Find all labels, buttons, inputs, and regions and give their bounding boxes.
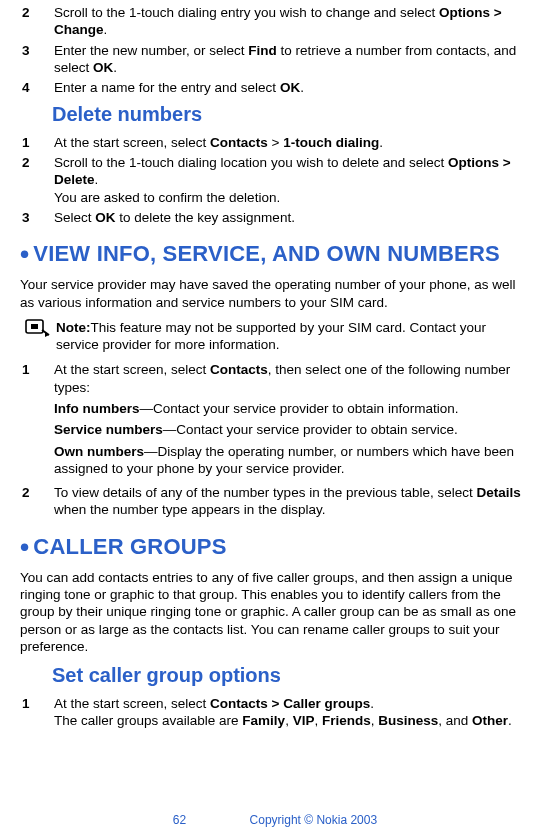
- bold-text: Family: [242, 713, 285, 728]
- bold-text: Options > Change: [54, 5, 502, 37]
- step-number: 3: [20, 209, 54, 226]
- bold-text: Contacts: [210, 362, 268, 377]
- step-number: 2: [20, 484, 54, 519]
- bold-text: Own numbers: [54, 444, 144, 459]
- view-info-heading-text: VIEW INFO, SERVICE, AND OWN NUMBERS: [33, 241, 500, 266]
- step-number: 2: [20, 154, 54, 206]
- step-tail: You are asked to confirm the deletion.: [54, 189, 530, 206]
- step-body: At the start screen, select Contacts > C…: [54, 695, 530, 730]
- step-number: 4: [20, 79, 54, 96]
- note-icon: [20, 319, 56, 354]
- bold-text: Details: [476, 485, 520, 500]
- bold-text: OK: [93, 60, 113, 75]
- step-number: 1: [20, 134, 54, 151]
- set-caller-group-heading: Set caller group options: [52, 663, 530, 689]
- step: 2Scroll to the 1-touch dialing location …: [20, 154, 530, 206]
- footer: 62 Copyright © Nokia 2003: [0, 813, 550, 828]
- pre-steps: 2Scroll to the 1-touch dialing entry you…: [20, 4, 530, 96]
- step: 1At the start screen, select Contacts > …: [20, 695, 530, 730]
- bold-text: Service numbers: [54, 422, 163, 437]
- step-subitem: Own numbers—Display the operating number…: [54, 443, 530, 478]
- step-body: Scroll to the 1-touch dialing location y…: [54, 154, 530, 206]
- bold-text: VIP: [293, 713, 315, 728]
- note-body: Note:This feature may not be supported b…: [56, 319, 530, 354]
- caller-groups-heading: •CALLER GROUPS: [20, 533, 530, 561]
- step: 4Enter a name for the entry and select O…: [20, 79, 530, 96]
- step: 3Select OK to delete the key assignment.: [20, 209, 530, 226]
- view-steps: 1At the start screen, select Contacts, t…: [20, 361, 530, 518]
- note-text: This feature may not be supported by you…: [56, 320, 486, 352]
- step-subitem: Service numbers—Contact your service pro…: [54, 421, 530, 438]
- step-number: 3: [20, 42, 54, 77]
- copyright: Copyright © Nokia 2003: [250, 813, 378, 827]
- caller-groups-heading-text: CALLER GROUPS: [33, 534, 226, 559]
- bold-text: Business: [378, 713, 438, 728]
- step-body: At the start screen, select Contacts, th…: [54, 361, 530, 481]
- bold-text: OK: [95, 210, 115, 225]
- set-steps: 1At the start screen, select Contacts > …: [20, 695, 530, 730]
- step-number: 2: [20, 4, 54, 39]
- bullet-icon: •: [20, 239, 29, 269]
- bold-text: Contacts: [210, 135, 268, 150]
- step-number: 1: [20, 361, 54, 481]
- bullet-icon: •: [20, 532, 29, 562]
- bold-text: Contacts > Caller groups: [210, 696, 370, 711]
- view-intro-paragraph: Your service provider may have saved the…: [20, 276, 530, 311]
- step-tail: The caller groups available are Family, …: [54, 712, 530, 729]
- step: 2To view details of any of the number ty…: [20, 484, 530, 519]
- step-number: 1: [20, 695, 54, 730]
- delete-steps: 1At the start screen, select Contacts > …: [20, 134, 530, 226]
- step: 3Enter the new number, or select Find to…: [20, 42, 530, 77]
- bold-text: Info numbers: [54, 401, 140, 416]
- step-body: Enter a name for the entry and select OK…: [54, 79, 530, 96]
- step-body: To view details of any of the number typ…: [54, 484, 530, 519]
- caller-groups-intro: You can add contacts entries to any of f…: [20, 569, 530, 655]
- note-block: Note:This feature may not be supported b…: [20, 319, 530, 354]
- step-body: Select OK to delete the key assignment.: [54, 209, 530, 226]
- step-body: At the start screen, select Contacts > 1…: [54, 134, 530, 151]
- bold-text: OK: [280, 80, 300, 95]
- svg-rect-1: [31, 324, 38, 329]
- step: 2Scroll to the 1-touch dialing entry you…: [20, 4, 530, 39]
- step-body: Scroll to the 1-touch dialing entry you …: [54, 4, 530, 39]
- bold-text: Other: [472, 713, 508, 728]
- bold-text: Options > Delete: [54, 155, 511, 187]
- bold-text: 1-touch dialing: [283, 135, 379, 150]
- note-label: Note:: [56, 320, 91, 335]
- step: 1At the start screen, select Contacts, t…: [20, 361, 530, 481]
- bold-text: Friends: [322, 713, 371, 728]
- step-subitem: Info numbers—Contact your service provid…: [54, 400, 530, 417]
- view-info-heading: •VIEW INFO, SERVICE, AND OWN NUMBERS: [20, 240, 530, 268]
- step: 1At the start screen, select Contacts > …: [20, 134, 530, 151]
- delete-numbers-heading: Delete numbers: [52, 102, 530, 128]
- step-body: Enter the new number, or select Find to …: [54, 42, 530, 77]
- page-number: 62: [173, 813, 186, 827]
- bold-text: Find: [248, 43, 277, 58]
